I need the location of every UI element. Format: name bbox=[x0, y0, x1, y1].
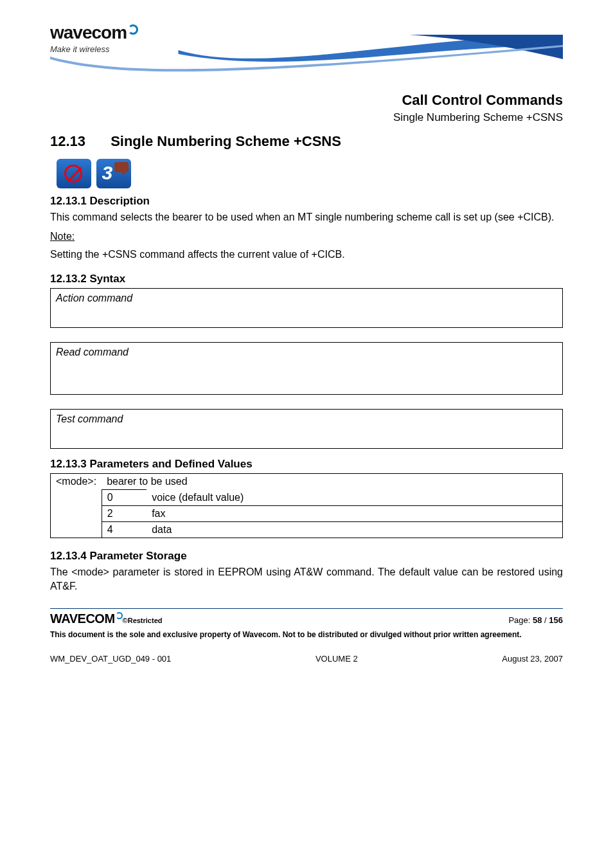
test-command-label: Test command bbox=[56, 413, 557, 425]
breadcrumb-section: Single Numbering Scheme +CSNS bbox=[50, 111, 563, 124]
header-swoosh-graphic bbox=[50, 31, 563, 85]
table-row: 2 fax bbox=[51, 506, 563, 522]
page-current: 58 bbox=[533, 615, 542, 625]
parameters-table: <mode>: bearer to be used 0 voice (defau… bbox=[50, 473, 563, 538]
action-command-label: Action command bbox=[56, 293, 557, 304]
footer-top-row: WAVECOM©Restricted Page: 58 / 156 bbox=[50, 611, 563, 626]
parameters-heading: 12.13.3 Parameters and Defined Values bbox=[50, 458, 563, 471]
page-header: wavecom Make it wireless bbox=[50, 0, 563, 80]
page-indicator: Page: 58 / 156 bbox=[508, 615, 563, 625]
footer-restricted: ©Restricted bbox=[123, 617, 163, 624]
param-value: 0 bbox=[102, 490, 147, 506]
note-text: Setting the +CSNS command affects the cu… bbox=[50, 248, 563, 262]
section-number: 12.13 bbox=[50, 133, 107, 150]
page-total: 156 bbox=[549, 615, 563, 625]
parameter-storage-heading: 12.13.4 Parameter Storage bbox=[50, 550, 563, 563]
param-desc: voice (default value) bbox=[147, 490, 562, 506]
page-label: Page: bbox=[508, 615, 533, 625]
param-value: 4 bbox=[102, 522, 147, 538]
param-key-desc: bearer to be used bbox=[102, 474, 562, 490]
note-label: Note: bbox=[50, 231, 563, 242]
page-sep: / bbox=[542, 615, 549, 625]
test-command-box: Test command bbox=[50, 409, 563, 449]
no-sim-icon bbox=[57, 159, 91, 188]
doc-date: August 23, 2007 bbox=[502, 654, 563, 664]
param-desc: fax bbox=[147, 506, 562, 522]
footer-rule bbox=[50, 608, 563, 609]
description-heading: 12.13.1 Description bbox=[50, 195, 563, 208]
capability-icons-row: 3 bbox=[57, 159, 563, 188]
syntax-heading: 12.13.2 Syntax bbox=[50, 273, 563, 285]
footer-disclaimer: This document is the sole and exclusive … bbox=[50, 630, 563, 640]
param-desc: data bbox=[147, 522, 562, 538]
table-row: 4 data bbox=[51, 522, 563, 538]
doc-id: WM_DEV_OAT_UGD_049 - 001 bbox=[50, 654, 171, 664]
volume: VOLUME 2 bbox=[315, 654, 358, 664]
read-command-box: Read command bbox=[50, 342, 563, 395]
footer-bottom-row: WM_DEV_OAT_UGD_049 - 001 VOLUME 2 August… bbox=[50, 654, 563, 664]
read-command-label: Read command bbox=[56, 347, 557, 358]
section-heading: 12.13 Single Numbering Scheme +CSNS bbox=[50, 133, 563, 150]
param-key: <mode>: bbox=[51, 474, 102, 490]
parameter-storage-text: The <mode> parameter is stored in EEPROM… bbox=[50, 565, 563, 593]
action-command-box: Action command bbox=[50, 288, 563, 328]
table-row: 0 voice (default value) bbox=[51, 490, 563, 506]
description-text: This command selects the bearer to be us… bbox=[50, 210, 563, 224]
param-value: 2 bbox=[102, 506, 147, 522]
breadcrumb: Call Control Commands Single Numbering S… bbox=[50, 92, 563, 124]
section-title: Single Numbering Scheme +CSNS bbox=[111, 133, 341, 149]
footer-logo-swirl-icon bbox=[116, 612, 123, 619]
footer-logo: WAVECOM bbox=[50, 611, 115, 626]
breadcrumb-chapter: Call Control Commands bbox=[50, 92, 563, 109]
three-xx-generation-icon: 3 bbox=[96, 159, 131, 188]
